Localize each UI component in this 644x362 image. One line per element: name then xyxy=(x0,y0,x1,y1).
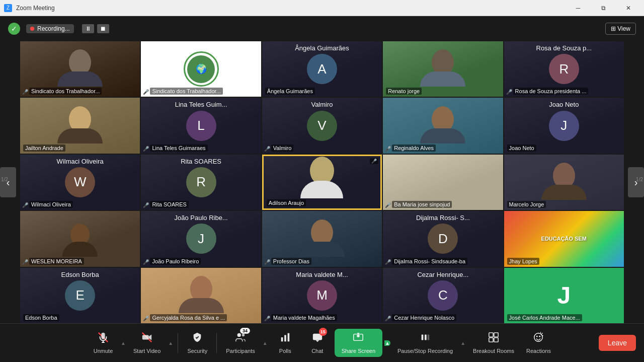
breakout-rooms-icon xyxy=(488,332,499,346)
share-screen-icon xyxy=(353,332,364,346)
joao-neto-avatar: J xyxy=(549,111,579,141)
video-cell-weslen: 🎤 WESLEN MOREIRA xyxy=(20,211,140,266)
pause-stop-chevron[interactable]: ▲ xyxy=(460,340,466,346)
participant-name-22: Gercyjalda Rosa da Silva e ... xyxy=(150,314,227,321)
recording-controls: ⏸ ⏹ xyxy=(82,24,109,33)
valmiro-avatar: V xyxy=(307,111,337,141)
title-bar-controls: ─ ⧉ ✕ xyxy=(567,0,640,16)
rita-title: Rita SOARES xyxy=(141,158,261,165)
participants-icon: 34 xyxy=(235,332,246,346)
svg-rect-17 xyxy=(489,333,493,337)
video-cell-jose-carlos: J José Carlos Andrade Mace... xyxy=(504,268,624,323)
title-bar: Z Zoom Meeting ─ ⧉ ✕ xyxy=(0,0,644,16)
mic-muted-icon-1: 🎤 xyxy=(22,89,28,95)
video-cell-valmiro: Valmiro V 🎤 Valmiro xyxy=(262,98,382,153)
participant-name-16: WESLEN MOREIRA xyxy=(29,258,84,265)
view-button[interactable]: ⊞ View xyxy=(605,23,636,35)
cezar-avatar: C xyxy=(428,280,458,311)
participant-name-25: José Carlos Andrade Mace... xyxy=(507,314,582,321)
video-grid-section: ‹ 1/2 🎤 Sindicato dos Trabalhador... 🌍 🎤… xyxy=(0,41,644,323)
close-button[interactable]: ✕ xyxy=(617,0,640,16)
participant-name-2: Sindicato dos Trabalhador... xyxy=(150,88,222,95)
restore-button[interactable]: ⧉ xyxy=(592,0,615,16)
svg-rect-9 xyxy=(284,335,286,341)
leave-button[interactable]: Leave xyxy=(599,335,636,351)
pause-stop-recording-button[interactable]: Pause/Stop Recording xyxy=(392,329,458,357)
video-cell-reginaldo: 🎤 Reginaldo Alves xyxy=(383,98,503,153)
mic-muted-icon-7: 🎤 xyxy=(143,146,149,152)
mic-muted-icon-24: 🎤 xyxy=(385,316,391,321)
participant-name-11: Wilmaci Oliveira xyxy=(29,201,73,208)
svg-rect-10 xyxy=(287,333,289,342)
participant-name-8: Valmiro xyxy=(271,144,293,152)
video-cell-jailton: Jailton Andrade xyxy=(20,98,140,153)
video-cell-rita: Rita SOARES R 🎤 Rita SOARES xyxy=(141,155,261,210)
video-cell-gercyjalda: 🎤 Gercyjalda Rosa da Silva e ... xyxy=(141,268,261,323)
participant-name-13: Adilson Araujo xyxy=(267,199,306,206)
dijalma-title: Dijalma Rossi- S... xyxy=(383,214,503,222)
participant-name-24: Cezar Henrique Nolasco xyxy=(392,314,456,321)
security-button[interactable]: Security xyxy=(182,329,212,357)
mic-muted-icon-8: 🎤 xyxy=(264,146,270,152)
title-bar-left: Z Zoom Meeting xyxy=(4,4,55,12)
start-video-button[interactable]: Start Video xyxy=(128,329,166,357)
video-cell-adilson: 🎤 Adilson Araujo xyxy=(262,155,382,210)
angela-avatar: A xyxy=(307,54,337,84)
participant-name-17: João Paulo Ribeiro xyxy=(150,258,201,265)
participant-name-12: Rita SOARES xyxy=(150,201,188,208)
svg-point-23 xyxy=(539,336,541,337)
video-cell-joao-neto: Joao Neto J Joao Neto xyxy=(504,98,624,153)
participants-button[interactable]: 34 Participants xyxy=(221,329,260,357)
zoom-icon: Z xyxy=(4,4,12,12)
mic-muted-icon-9: 🎤 xyxy=(385,146,391,152)
reactions-button[interactable]: Reactions xyxy=(521,329,556,357)
next-page-button[interactable]: › xyxy=(628,167,644,197)
participants-chevron[interactable]: ▲ xyxy=(262,340,268,346)
participant-name-15: Marcelo Jorge xyxy=(507,201,546,208)
stop-recording-button[interactable]: ⏹ xyxy=(97,24,109,33)
video-cell-maria-valdete: Maria valdete M... M 🎤 Maria valdete Mag… xyxy=(262,268,382,323)
recording-dot xyxy=(30,27,34,31)
chat-button[interactable]: 15 Chat xyxy=(302,329,333,357)
reactions-icon xyxy=(533,332,544,346)
wilmaci-title: Wilmaci Oliveira xyxy=(20,158,140,165)
svg-rect-20 xyxy=(494,338,498,342)
svg-rect-15 xyxy=(425,335,427,340)
mic-muted-icon-23: 🎤 xyxy=(264,316,270,321)
rita-avatar: R xyxy=(186,167,216,197)
video-cell-marcelo: Marcelo Jorge xyxy=(504,155,624,210)
pause-recording-button[interactable]: ⏸ xyxy=(82,24,94,33)
mic-muted-icon-11: 🎤 xyxy=(22,202,28,208)
share-screen-chevron[interactable]: ▲ xyxy=(384,340,390,346)
participant-name-1: Sindicato dos Trabalhador... xyxy=(29,88,102,95)
security-status-icon: ✓ xyxy=(8,23,20,35)
divider-2 xyxy=(216,333,217,353)
svg-point-22 xyxy=(536,336,538,337)
video-chevron[interactable]: ▲ xyxy=(168,340,174,346)
recording-toolbar: ✓ Recording... ⏸ ⏹ ⊞ View xyxy=(0,16,644,41)
unmute-chevron[interactable]: ▲ xyxy=(120,340,126,346)
video-cell-cezar: Cezar Henrique... C 🎤 Cezar Henrique Nol… xyxy=(383,268,503,323)
right-page-indicator: 1/2 xyxy=(636,177,643,182)
participant-name-9: Reginaldo Alves xyxy=(392,144,436,152)
video-cell-jhay: EDUCAÇÃO SEM Jhay Lopes xyxy=(504,211,624,266)
chat-icon: 15 xyxy=(312,332,323,346)
share-screen-label: Share Screen xyxy=(342,348,375,354)
prev-page-button[interactable]: ‹ xyxy=(0,167,16,197)
participant-name-6: Jailton Andrade xyxy=(23,144,65,152)
mic-muted-icon-12: 🎤 xyxy=(143,202,149,208)
breakout-rooms-label: Breakout Rooms xyxy=(473,348,514,354)
minimize-button[interactable]: ─ xyxy=(567,0,590,16)
start-video-label: Start Video xyxy=(133,348,160,354)
polls-button[interactable]: Polls xyxy=(270,329,300,357)
share-screen-button[interactable]: Share Screen xyxy=(335,329,382,357)
video-cell-sindicato1: 🎤 Sindicato dos Trabalhador... xyxy=(20,41,140,97)
breakout-rooms-button[interactable]: Breakout Rooms xyxy=(468,329,519,357)
video-cell-joao-paulo: João Paulo Ribe... J 🎤 João Paulo Ribeir… xyxy=(141,211,261,266)
logo-inner: 🌍 xyxy=(187,55,215,83)
participant-name-3: Ângela Guimarães xyxy=(265,88,315,95)
video-cell-lina: Lina Teles Guim... L 🎤 Lina Teles Guimar… xyxy=(141,98,261,153)
unmute-button[interactable]: Unmute xyxy=(88,329,118,357)
mic-muted-icon-17: 🎤 xyxy=(143,259,149,265)
video-cell-sindicato2: 🌍 🎤 Sindicato dos Trabalhador... xyxy=(141,41,261,97)
